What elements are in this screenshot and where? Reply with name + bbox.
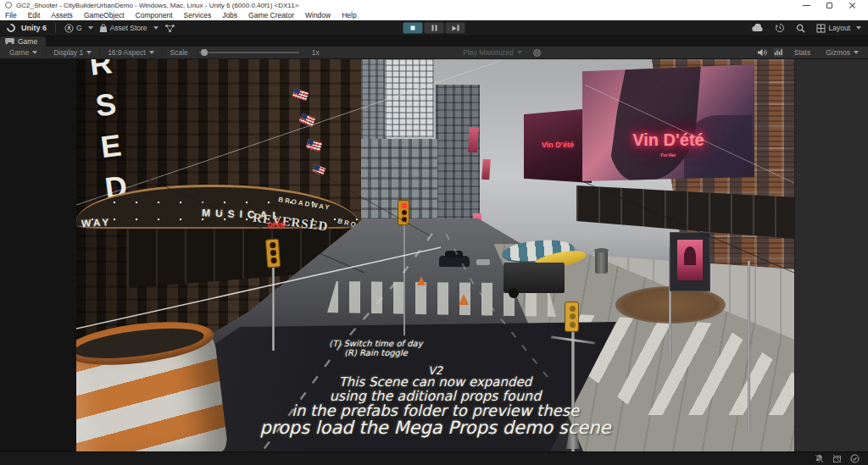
menu-window[interactable]: Window xyxy=(305,11,331,19)
traffic-pole xyxy=(403,225,405,335)
scale-slider-knob[interactable] xyxy=(201,49,208,56)
step-button[interactable] xyxy=(446,23,465,34)
game-view-area: R S E D Vin D'été Vin D'été For Her WAY … xyxy=(0,59,868,451)
tab-game-label: Game xyxy=(18,37,37,46)
traffic-light xyxy=(398,200,409,225)
marquee-text: WAY xyxy=(81,216,112,230)
status-bar xyxy=(0,451,868,465)
parked-car xyxy=(439,256,470,267)
stop-icon xyxy=(411,26,415,30)
chevron-down-icon xyxy=(149,51,154,54)
tab-game[interactable]: Game xyxy=(0,36,46,47)
chevron-down-icon xyxy=(153,26,159,30)
layout-label: Layout xyxy=(828,24,850,32)
vendor-cart xyxy=(504,263,565,293)
chevron-down-icon xyxy=(32,51,37,54)
kiosk-ad-screen xyxy=(677,240,703,280)
unity-app-icon xyxy=(5,2,12,8)
aspect-ratio-dropdown[interactable]: 16:9 Aspect xyxy=(103,48,158,57)
close-button[interactable] xyxy=(849,2,856,9)
menu-edit[interactable]: Edit xyxy=(28,11,41,19)
asset-store-label: Asset Store xyxy=(110,24,147,32)
editor-toolbar: Unity 6 G Asset Store Layout xyxy=(0,20,868,36)
cache-status-icon[interactable] xyxy=(850,454,860,463)
menu-help[interactable]: Help xyxy=(342,11,356,19)
menu-component[interactable]: Component xyxy=(136,11,173,19)
toolbar-divider xyxy=(162,48,163,57)
play-maximized-dropdown[interactable]: Play Maximized xyxy=(459,48,526,57)
billboard-title: Vin D'été xyxy=(582,130,754,150)
shopping-bag-icon xyxy=(99,24,108,33)
chevron-down-icon xyxy=(86,51,92,54)
small-billboard-text: Vin D'été xyxy=(524,141,592,149)
billboard-subtitle: For Her xyxy=(582,152,754,158)
chevron-down-icon xyxy=(854,51,859,54)
chevron-down-icon xyxy=(88,26,93,30)
layout-dropdown[interactable]: Layout xyxy=(816,24,861,33)
capture-icon[interactable] xyxy=(533,49,541,57)
search-icon[interactable] xyxy=(796,24,805,33)
scale-slider[interactable] xyxy=(199,52,299,53)
chevron-down-icon xyxy=(517,51,522,54)
account-dropdown[interactable]: G xyxy=(64,24,93,33)
pink-banner xyxy=(468,127,479,153)
chevron-down-icon xyxy=(856,26,861,30)
cloud-icon[interactable] xyxy=(752,24,764,32)
window-title: GC2_Shooter - CityBuilderUrbanDemo - Win… xyxy=(16,2,803,9)
traffic-light xyxy=(265,238,281,268)
traffic-cone xyxy=(417,276,426,285)
toolbar-divider xyxy=(99,48,100,57)
play-controls xyxy=(403,23,465,34)
tab-strip: Game xyxy=(0,36,868,47)
game-view-toolbar: Game Display 1 16:9 Aspect Scale 1x Play… xyxy=(0,47,868,59)
pause-icon xyxy=(431,25,437,31)
skyscraper xyxy=(385,59,434,137)
game-viewport[interactable]: R S E D Vin D'été Vin D'été For Her WAY … xyxy=(76,59,794,451)
notifications-muted-icon[interactable] xyxy=(815,454,824,463)
layout-grid-icon xyxy=(816,24,826,33)
display-dropdown[interactable]: Display 1 xyxy=(49,48,96,57)
minimize-button[interactable] xyxy=(803,2,810,9)
menu-jobs[interactable]: Jobs xyxy=(222,11,237,19)
menu-file[interactable]: File xyxy=(5,11,17,19)
account-icon xyxy=(64,24,74,33)
empty-dock-panel xyxy=(794,59,868,451)
parked-car xyxy=(476,259,490,265)
restore-button[interactable] xyxy=(826,2,833,9)
stats-toggle[interactable]: Stats xyxy=(790,48,815,57)
ad-kiosk xyxy=(670,232,710,291)
toolbar-divider xyxy=(45,48,46,57)
scale-value: 1x xyxy=(308,48,324,57)
gamepad-icon xyxy=(5,38,14,45)
account-label: G xyxy=(76,24,82,32)
stats-graph-icon[interactable] xyxy=(774,48,783,57)
menu-gameobject[interactable]: GameObject xyxy=(84,11,125,19)
game-mode-dropdown[interactable]: Game xyxy=(5,48,42,57)
unity-version-label: Unity 6 xyxy=(21,24,47,32)
menu-assets[interactable]: Assets xyxy=(51,11,73,19)
multiplayer-icon[interactable] xyxy=(164,24,175,33)
asset-store-dropdown[interactable]: Asset Store xyxy=(99,24,159,33)
package-muted-icon[interactable] xyxy=(832,454,842,463)
scale-label: Scale xyxy=(166,48,192,57)
toolbar-divider xyxy=(55,23,56,33)
pause-button[interactable] xyxy=(425,23,444,34)
window-titlebar: GC2_Shooter - CityBuilderUrbanDemo - Win… xyxy=(0,0,868,10)
menu-game-creator[interactable]: Game Creator xyxy=(248,11,294,19)
vin-dete-billboard xyxy=(582,64,754,181)
step-icon xyxy=(452,25,459,31)
gizmos-dropdown[interactable]: Gizmos xyxy=(821,48,863,57)
trash-can xyxy=(595,251,608,274)
pink-banner xyxy=(481,159,491,180)
play-button[interactable] xyxy=(403,23,423,34)
open-neon-sign: OPEN xyxy=(268,222,285,228)
menu-bar: File Edit Assets GameObject Component Se… xyxy=(0,10,868,20)
unity-logo-icon xyxy=(5,22,17,34)
menu-services[interactable]: Services xyxy=(184,11,212,19)
traffic-barrel xyxy=(76,315,228,451)
letterbox xyxy=(0,59,76,451)
traffic-cone xyxy=(459,294,469,305)
history-icon[interactable] xyxy=(775,23,785,33)
mute-audio-icon[interactable] xyxy=(758,48,767,57)
traffic-light xyxy=(565,302,579,332)
